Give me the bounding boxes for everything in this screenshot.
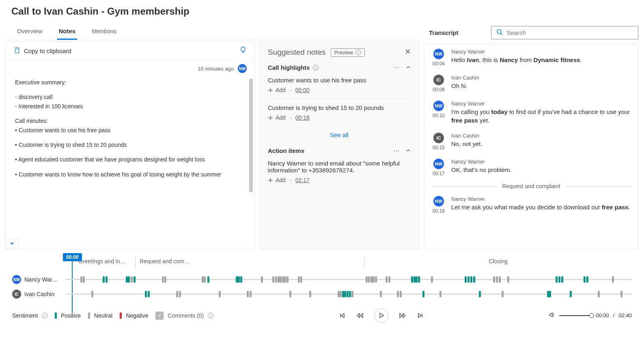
sentiment-tick[interactable] <box>134 276 136 283</box>
sentiment-tick[interactable] <box>620 291 622 297</box>
scrollbar-thumb[interactable] <box>249 79 253 192</box>
tab-mentions[interactable]: Mentions <box>90 23 118 40</box>
info-icon[interactable]: i <box>42 313 47 318</box>
sentiment-tick[interactable] <box>467 276 470 283</box>
sentiment-tick[interactable] <box>414 276 416 283</box>
sentiment-tick[interactable] <box>465 276 467 283</box>
tab-notes[interactable]: Notes <box>57 23 78 40</box>
sentiment-tick[interactable] <box>558 276 560 283</box>
skip-end-icon[interactable] <box>417 312 424 319</box>
sentiment-tick[interactable] <box>549 291 551 297</box>
track-bar[interactable] <box>66 291 632 297</box>
sentiment-tick[interactable] <box>340 291 342 297</box>
sentiment-tick[interactable] <box>275 276 277 283</box>
sentiment-tick[interactable] <box>422 291 424 297</box>
sentiment-tick[interactable] <box>349 291 351 297</box>
sentiment-tick[interactable] <box>493 276 495 283</box>
play-button[interactable] <box>374 308 388 322</box>
skip-start-icon[interactable] <box>338 312 346 319</box>
timestamp-link[interactable]: 00:18 <box>295 114 310 121</box>
sentiment-tick[interactable] <box>342 291 344 297</box>
transcript-row[interactable]: IC 00:08 Ivan Cashin Oh hi. <box>424 71 638 97</box>
sentiment-tick[interactable] <box>250 291 252 297</box>
sentiment-tick[interactable] <box>338 291 340 297</box>
sentiment-tick[interactable] <box>80 276 82 283</box>
sentiment-tick[interactable] <box>561 276 563 283</box>
add-button[interactable]: Add <box>268 177 286 183</box>
sentiment-tick[interactable] <box>473 276 475 283</box>
more-icon[interactable]: ⋯ <box>394 148 399 154</box>
sentiment-tick[interactable] <box>470 276 472 283</box>
sentiment-tick[interactable] <box>375 276 377 283</box>
sentiment-tick[interactable] <box>128 276 130 283</box>
copy-to-clipboard-button[interactable]: Copy to clipboard <box>13 47 71 55</box>
sentiment-tick[interactable] <box>366 276 368 283</box>
sentiment-tick[interactable] <box>280 276 282 283</box>
sentiment-tick[interactable] <box>397 291 399 297</box>
sentiment-tick[interactable] <box>416 276 418 283</box>
chevron-up-icon[interactable] <box>406 148 411 154</box>
sentiment-tick[interactable] <box>261 276 263 283</box>
sentiment-tick[interactable] <box>556 276 558 283</box>
sentiment-tick[interactable] <box>219 291 221 297</box>
info-icon[interactable]: i <box>313 65 319 71</box>
sentiment-tick[interactable] <box>418 276 420 283</box>
sentiment-tick[interactable] <box>411 276 413 283</box>
expand-toggle[interactable] <box>6 239 19 248</box>
tab-overview[interactable]: Overview <box>15 23 44 40</box>
sentiment-tick[interactable] <box>126 276 128 283</box>
sentiment-tick[interactable] <box>179 291 181 297</box>
sentiment-tick[interactable] <box>148 291 150 297</box>
transcript-row[interactable]: IC 00:15 Ivan Cashin No, not yet. <box>424 129 638 155</box>
transcript-row[interactable]: NW 00:18 Nancy Warner Let me ask you wha… <box>424 192 638 218</box>
close-icon[interactable] <box>405 49 411 56</box>
sentiment-tick[interactable] <box>176 291 178 297</box>
sentiment-tick[interactable] <box>204 276 206 283</box>
sentiment-tick[interactable] <box>598 291 600 297</box>
add-button[interactable]: Add <box>268 87 286 93</box>
timestamp-link[interactable]: 02:17 <box>295 177 310 183</box>
sentiment-tick[interactable] <box>612 276 614 283</box>
sentiment-tick[interactable] <box>386 276 388 283</box>
sentiment-tick[interactable] <box>586 276 588 283</box>
sentiment-tick[interactable] <box>240 276 242 283</box>
sentiment-tick[interactable] <box>91 291 93 297</box>
transcript-row[interactable]: NW 00:04 Nancy Warner Hello Ivan, this i… <box>424 45 638 71</box>
sentiment-tick[interactable] <box>103 276 105 283</box>
rewind-icon[interactable] <box>356 312 364 319</box>
transcript-list[interactable]: NW 00:04 Nancy Warner Hello Ivan, this i… <box>424 44 638 250</box>
sentiment-tick[interactable] <box>247 291 249 297</box>
tab-blank[interactable] <box>131 23 155 40</box>
see-all-link[interactable]: See all <box>268 126 411 140</box>
sentiment-tick[interactable] <box>388 276 390 283</box>
sentiment-tick[interactable] <box>547 291 549 297</box>
sentiment-tick[interactable] <box>570 291 572 297</box>
sentiment-tick[interactable] <box>284 276 286 283</box>
sentiment-tick[interactable] <box>499 276 501 283</box>
volume-icon[interactable] <box>549 312 555 319</box>
sentiment-tick[interactable] <box>370 276 373 283</box>
sentiment-tick[interactable] <box>207 276 209 283</box>
sentiment-tick[interactable] <box>351 291 353 297</box>
sentiment-tick[interactable] <box>400 291 402 297</box>
sentiment-tick[interactable] <box>202 276 204 283</box>
sentiment-tick[interactable] <box>289 291 291 297</box>
transcript-row[interactable]: NW 00:17 Nancy Warner OK, that's no prob… <box>424 155 638 181</box>
sentiment-tick[interactable] <box>496 276 498 283</box>
track-bar[interactable] <box>66 276 632 283</box>
sentiment-tick[interactable] <box>272 276 274 283</box>
sentiment-tick[interactable] <box>286 276 289 283</box>
sentiment-tick[interactable] <box>431 276 433 283</box>
forward-icon[interactable] <box>399 312 406 319</box>
sentiment-tick[interactable] <box>300 276 302 283</box>
sentiment-tick[interactable] <box>344 291 346 297</box>
notes-body[interactable]: Executive summary: - discovery call- Int… <box>6 75 254 249</box>
sentiment-tick[interactable] <box>83 276 85 283</box>
sentiment-tick[interactable] <box>309 291 311 297</box>
sentiment-tick[interactable] <box>347 291 349 297</box>
sentiment-tick[interactable] <box>373 276 375 283</box>
add-button[interactable]: Add <box>268 114 286 121</box>
sentiment-tick[interactable] <box>282 276 284 283</box>
sentiment-tick[interactable] <box>145 291 147 297</box>
sentiment-tick[interactable] <box>368 276 370 283</box>
